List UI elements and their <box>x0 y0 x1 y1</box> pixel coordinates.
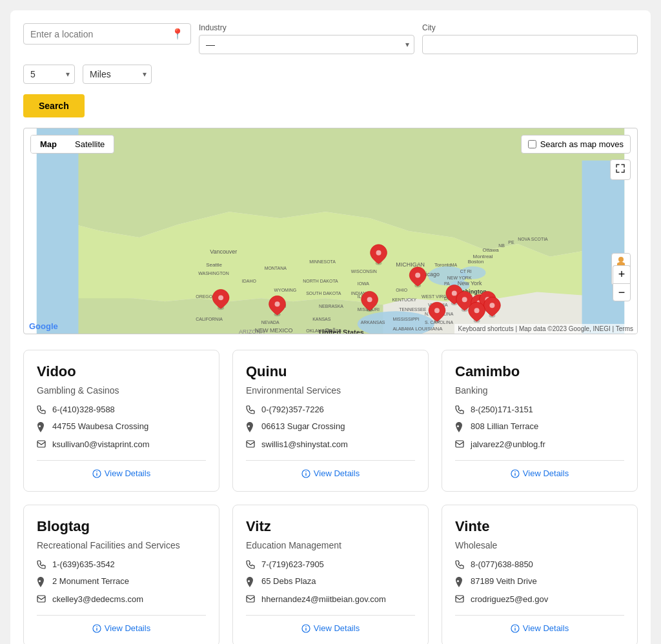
svg-point-90 <box>434 308 440 313</box>
svg-text:Seattle: Seattle <box>206 262 222 268</box>
location-icon <box>455 577 465 589</box>
view-details-button[interactable]: View Details <box>301 623 360 633</box>
location-input[interactable] <box>30 29 171 39</box>
svg-text:LOUISIANA: LOUISIANA <box>415 326 443 332</box>
keyboard-shortcuts[interactable]: Keyboard shortcuts <box>458 325 514 332</box>
result-phone: 8-(077)638-8850 <box>471 559 533 569</box>
map-fullscreen-button[interactable] <box>610 159 631 180</box>
result-email: jalvarez2@unblog.fr <box>471 439 545 449</box>
view-details-button[interactable]: View Details <box>92 468 150 478</box>
svg-rect-121 <box>514 473 515 476</box>
svg-point-122 <box>514 471 516 472</box>
result-name: Blogtag <box>37 518 206 535</box>
result-address-row: 2 Monument Terrace <box>37 576 206 589</box>
search-button[interactable]: Search <box>23 94 85 117</box>
result-address-row: 808 Lillian Terrace <box>455 421 624 434</box>
phone-icon <box>455 560 465 571</box>
svg-point-102 <box>474 308 480 313</box>
svg-point-114 <box>96 471 97 472</box>
svg-rect-131 <box>456 596 463 602</box>
svg-text:OHIO: OHIO <box>396 288 407 292</box>
phone-icon <box>246 560 256 571</box>
result-footer: View Details <box>246 460 415 478</box>
view-details-label: View Details <box>314 468 360 478</box>
result-footer: View Details <box>455 460 624 478</box>
result-phone: 6-(410)328-9588 <box>52 405 115 414</box>
info-icon <box>92 624 101 633</box>
svg-text:MICHIGAN: MICHIGAN <box>396 261 425 268</box>
result-address: 06613 Sugar Crossing <box>261 421 345 431</box>
unit-select[interactable]: Miles Kilometers <box>83 65 152 84</box>
result-phone-row: 1-(639)635-3542 <box>37 559 206 571</box>
svg-point-100 <box>489 303 494 308</box>
email-icon <box>455 595 465 605</box>
result-name: Vidoo <box>37 363 206 380</box>
result-industry: Gambling & Casinos <box>37 385 206 396</box>
map-view-satellite-button[interactable]: Satellite <box>66 136 114 153</box>
search-as-moves-area: Search as map moves <box>521 135 631 154</box>
terms-link[interactable]: Terms <box>616 325 633 332</box>
radius-select[interactable]: 5 10 25 50 100 <box>23 65 75 84</box>
city-input[interactable] <box>422 35 638 54</box>
industry-wrapper: Industry — <box>199 23 414 54</box>
location-field[interactable]: 📍 <box>23 23 191 45</box>
svg-text:NEW MEXICO: NEW MEXICO <box>255 327 293 334</box>
search-as-moves-label: Search as map moves <box>540 139 624 149</box>
phone-icon <box>37 405 47 416</box>
location-icon <box>246 422 256 434</box>
result-card: Vitz Education Management 7-(719)623-790… <box>232 505 429 644</box>
svg-point-105 <box>618 257 624 262</box>
map-svg: Vancouver Seattle WASHINGTON OREGON CALI… <box>24 128 637 334</box>
result-email-row: hhernandez4@miitbeian.gov.com <box>246 594 415 605</box>
location-icon <box>37 422 47 434</box>
view-details-label: View Details <box>105 468 150 478</box>
svg-point-88 <box>415 273 420 278</box>
result-address-row: 44755 Waubesa Crossing <box>37 421 206 434</box>
view-details-button[interactable]: View Details <box>511 623 569 633</box>
result-address: 87189 Veith Drive <box>471 576 537 586</box>
svg-text:Vancouver: Vancouver <box>210 248 237 255</box>
svg-text:NEVADA: NEVADA <box>261 320 280 325</box>
svg-rect-123 <box>37 596 45 602</box>
map-container: Vancouver Seattle WASHINGTON OREGON CALI… <box>23 128 638 334</box>
filter-row-1: 📍 Industry — City <box>23 23 638 54</box>
email-icon <box>246 440 256 450</box>
industry-select[interactable]: — <box>199 35 414 54</box>
result-industry: Wholesale <box>455 540 624 550</box>
google-logo: Google <box>29 321 58 331</box>
email-icon <box>37 595 47 605</box>
zoom-in-button[interactable]: + <box>613 265 631 283</box>
result-email-row: swillis1@shinystat.com <box>246 439 415 450</box>
view-details-button[interactable]: View Details <box>92 623 150 633</box>
svg-text:NORTH DAKOTA: NORTH DAKOTA <box>303 279 338 283</box>
svg-point-130 <box>305 626 307 627</box>
search-as-moves-checkbox[interactable] <box>528 140 536 148</box>
view-details-button[interactable]: View Details <box>511 468 569 478</box>
result-phone: 7-(719)623-7905 <box>261 559 324 569</box>
info-icon <box>301 469 310 478</box>
city-label: City <box>422 23 638 32</box>
zoom-out-button[interactable]: − <box>613 283 631 301</box>
svg-text:MISSISSIPPI: MISSISSIPPI <box>392 317 419 321</box>
view-details-button[interactable]: View Details <box>301 468 360 478</box>
info-icon <box>511 469 520 478</box>
svg-text:Toronto: Toronto <box>434 262 452 268</box>
result-name: Quinu <box>246 363 415 380</box>
svg-point-134 <box>514 626 516 627</box>
result-email: swillis1@shinystat.com <box>261 439 348 449</box>
result-name: Vitz <box>246 518 415 535</box>
svg-rect-119 <box>456 441 463 447</box>
result-footer: View Details <box>455 615 624 633</box>
location-pin-icon: 📍 <box>171 28 184 40</box>
result-email-row: ksullivan0@vistaprint.com <box>37 439 206 450</box>
svg-rect-111 <box>37 441 45 447</box>
svg-rect-113 <box>96 473 97 476</box>
result-address-row: 06613 Sugar Crossing <box>246 421 415 434</box>
city-wrapper: City <box>422 23 638 54</box>
map-view-map-button[interactable]: Map <box>31 136 66 153</box>
result-info: 0-(792)357-7226 06613 Sugar Crossing <box>246 405 415 450</box>
result-address: 2 Monument Terrace <box>52 576 129 586</box>
result-name: Camimbo <box>455 363 624 380</box>
result-card: Camimbo Banking 8-(250)171-3151 808 Lill… <box>442 350 638 492</box>
svg-rect-129 <box>305 628 306 631</box>
